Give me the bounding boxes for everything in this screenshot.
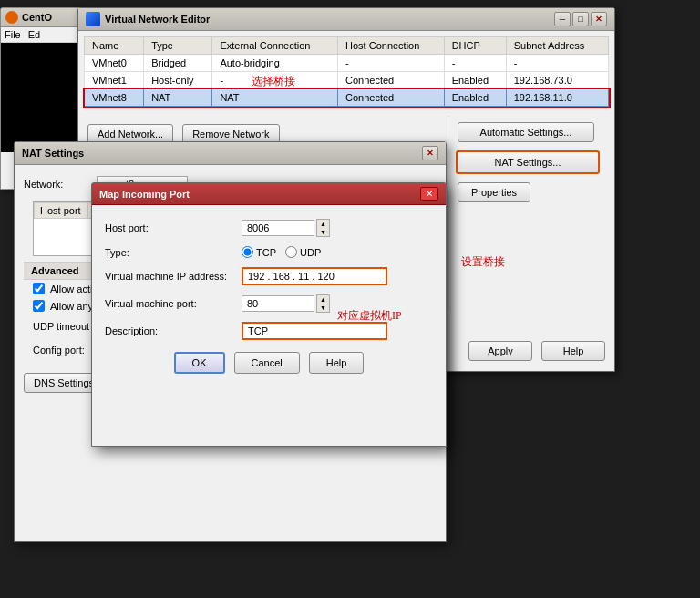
cell-ext-0: Auto-bridging [212,55,338,72]
vne-close-button[interactable]: ✕ [591,12,607,26]
vne-bottom-buttons: Apply Help [467,338,607,364]
automatic-settings-button[interactable]: Automatic Settings... [458,122,594,142]
centos-terminal-content [1,43,81,152]
vne-window-controls: ─ □ ✕ [554,12,607,26]
cell-dhcp-2: Enabled [444,89,506,107]
description-label: Description: [105,325,242,336]
port-col-host: Host port [35,203,88,219]
map-description-row: Description: [105,317,433,345]
cell-ext-2: NAT [212,89,338,107]
vne-titlebar: Virtual Network Editor ─ □ ✕ [78,8,614,31]
map-ok-button[interactable]: OK [174,352,225,374]
vm-ip-label: Virtual machine IP address: [105,271,242,282]
tcp-label: TCP [256,247,276,258]
udp-radio-item[interactable]: UDP [285,246,321,258]
cell-dhcp-1: Enabled [444,72,506,89]
cell-name-2: VMnet8 [85,89,144,107]
host-port-up[interactable]: ▲ [317,220,329,228]
cell-host-2: Connected [338,89,445,107]
nat-settings-button[interactable]: NAT Settings... [456,150,600,174]
vne-help-button[interactable]: Help [541,341,605,361]
vne-minimize-button[interactable]: ─ [554,12,571,26]
table-row-selected[interactable]: VMnet8 NAT NAT Connected Enabled 192.168… [85,89,609,107]
host-port-spinner[interactable]: ▲ ▼ [316,219,330,237]
description-input[interactable] [242,322,387,340]
centos-menu-edit[interactable]: Ed [28,29,40,40]
host-port-input[interactable] [242,220,314,236]
vm-port-spinner[interactable]: ▲ ▼ [316,294,330,313]
udp-radio[interactable] [285,246,297,258]
cell-dhcp-0: - [444,55,506,72]
nat-window-controls: ✕ [422,146,438,160]
cell-type-0: Bridged [144,55,212,72]
table-row[interactable]: VMnet0 Bridged Auto-bridging - - - [85,55,609,72]
vm-port-label: Virtual machine port: [105,298,242,309]
cell-subnet-1: 192.168.73.0 [506,72,608,89]
map-content: Host port: ▲ ▼ Type: TCP UDP [92,205,446,390]
cell-name-0: VMnet0 [85,55,144,72]
map-titlebar: Map Incoming Port ✕ [92,183,446,205]
nat-close-button[interactable]: ✕ [422,146,438,160]
vne-title: Virtual Network Editor [105,14,210,25]
vne-maximize-button[interactable]: □ [572,12,589,26]
type-label: Type: [105,247,242,258]
vm-ip-input[interactable] [242,267,387,285]
centos-titlebar: CentO [1,8,81,27]
map-vm-ip-row: Virtual machine IP address: [105,263,433,290]
map-cancel-button[interactable]: Cancel [234,352,300,374]
vne-table-area: Name Type External Connection Host Conne… [78,31,614,112]
centos-menu-file[interactable]: File [5,29,21,40]
map-bottom-buttons: OK Cancel Help [105,345,433,381]
allow-org-checkbox[interactable] [33,300,45,312]
col-subnet: Subnet Address [506,37,608,55]
map-type-row: Type: TCP UDP [105,242,433,263]
cell-host-1: Connected [338,72,445,89]
cell-subnet-2: 192.168.11.0 [506,89,608,107]
host-port-down[interactable]: ▼ [317,228,329,236]
centos-title: CentO [22,12,52,23]
cell-subnet-0: - [506,55,608,72]
nat-titlebar: NAT Settings ✕ [15,142,446,165]
cell-host-0: - [338,55,445,72]
cell-type-1: Host-only [144,72,212,89]
nat-title: NAT Settings [22,148,84,159]
table-row[interactable]: VMnet1 Host-only - Connected Enabled 192… [85,72,609,89]
type-radio-group: TCP UDP [242,246,321,258]
col-external: External Connection [212,37,338,55]
host-port-label: Host port: [105,222,242,233]
vne-right-panel: Automatic Settings... NAT Settings... Pr… [448,116,607,309]
map-title: Map Incoming Port [99,189,190,200]
tcp-radio[interactable] [242,246,253,258]
nat-network-label: Network: [24,179,97,190]
properties-button[interactable]: Properties [458,182,530,202]
map-close-button[interactable]: ✕ [420,187,438,201]
cell-ext-1: - [212,72,338,89]
vne-network-table: Name Type External Connection Host Conne… [84,36,609,107]
vne-titlebar-left: Virtual Network Editor [86,12,210,26]
col-dhcp: DHCP [444,37,506,55]
tcp-radio-item[interactable]: TCP [242,246,276,258]
cell-type-2: NAT [144,89,212,107]
cell-name-1: VMnet1 [85,72,144,89]
col-host: Host Connection [338,37,445,55]
map-vm-port-row: Virtual machine port: ▲ ▼ [105,290,433,317]
centos-icon [5,11,18,24]
udp-label: UDP [300,247,321,258]
vm-port-up[interactable]: ▲ [317,295,329,304]
map-host-port-row: Host port: ▲ ▼ [105,214,433,242]
col-name: Name [85,37,144,55]
map-incoming-port-dialog: Map Incoming Port ✕ Host port: ▲ ▼ Type:… [91,182,447,447]
vne-apply-button[interactable]: Apply [468,341,532,361]
col-type: Type [144,37,212,55]
map-help-button[interactable]: Help [309,352,365,374]
vne-icon [86,12,100,26]
vm-port-down[interactable]: ▼ [317,304,329,312]
centos-menu: File Ed [1,27,81,43]
vm-port-input[interactable] [242,295,314,312]
allow-ftp-checkbox[interactable] [33,283,45,294]
